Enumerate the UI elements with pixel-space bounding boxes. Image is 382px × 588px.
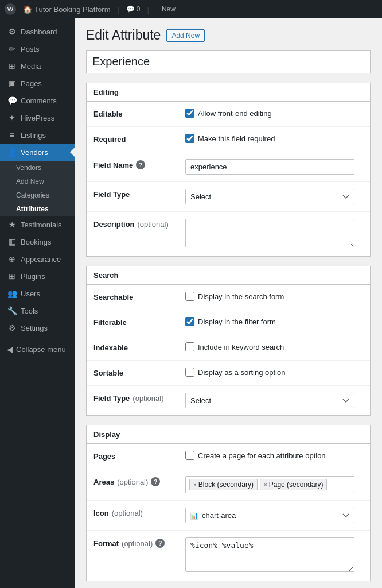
comment-icon: 💬: [126, 5, 135, 13]
areas-tag-block[interactable]: × Block (secondary): [189, 479, 258, 490]
display-section-body: Pages Create a page for each attribute o…: [87, 444, 370, 581]
indexable-label: Indexable: [93, 342, 185, 352]
field-type-editing-select[interactable]: Select Text Textarea Number Date Checkbo…: [185, 189, 354, 204]
editable-row: Editable Allow front-end editing: [87, 102, 370, 127]
posts-icon: ✏: [7, 44, 17, 53]
searchable-row: Searchable Display in the search form: [87, 285, 370, 310]
field-name-label: Field Name ?: [93, 159, 185, 169]
sidebar-item-dashboard[interactable]: ⚙ Dashboard: [0, 23, 75, 40]
filterable-row: Filterable Display in the filter form: [87, 310, 370, 335]
description-label: Description (optional): [93, 219, 185, 229]
sidebar-item-bookings[interactable]: ▦ Bookings: [0, 233, 75, 250]
icon-row: Icon (optional) 📊 chart-area bar-chart l…: [87, 501, 370, 531]
sidebar-item-vendors[interactable]: 👤 Vendors: [0, 144, 75, 161]
sidebar-item-listings[interactable]: ≡ Listings: [0, 126, 75, 144]
sidebar-item-pages[interactable]: ▣ Pages: [0, 75, 75, 92]
format-textarea[interactable]: %icon% %value%: [185, 537, 354, 572]
wp-logo[interactable]: W: [5, 3, 16, 15]
editable-checkbox-label[interactable]: Allow front-end editing: [185, 109, 363, 118]
filterable-checkbox[interactable]: [185, 317, 194, 326]
icon-select[interactable]: chart-area bar-chart line-chart pie-char…: [185, 508, 354, 523]
sidebar-item-users[interactable]: 👥 Users: [0, 285, 75, 302]
sidebar-item-posts[interactable]: ✏ Posts: [0, 40, 75, 57]
submenu-add-new[interactable]: Add New: [0, 175, 75, 188]
indexable-row: Indexable Include in keyword search: [87, 335, 370, 361]
submenu-vendors[interactable]: Vendors: [0, 161, 75, 175]
filterable-checkbox-label[interactable]: Display in the filter form: [185, 317, 363, 326]
pages-control: Create a page for each attribute option: [185, 451, 363, 460]
field-name-input[interactable]: [185, 159, 354, 175]
sidebar-item-media[interactable]: ⊞ Media: [0, 57, 75, 75]
format-row: Format (optional) ? %icon% %value%: [87, 531, 370, 581]
submenu-attributes[interactable]: Attributes: [0, 202, 75, 216]
page-header: Edit Attribute Add New: [86, 28, 371, 43]
display-section: Display Pages Create a page for each att…: [86, 425, 371, 581]
plus-icon: +: [156, 5, 160, 13]
collapse-menu[interactable]: ◀ Collapse menu: [0, 341, 75, 358]
vendors-submenu: Vendors Add New Categories Attributes: [0, 161, 75, 216]
site-name[interactable]: 🏠 Tutor Booking Platform: [23, 5, 110, 14]
search-field-type-label: Field Type (optional): [93, 393, 185, 403]
sidebar-item-comments[interactable]: 💬 Comments: [0, 92, 75, 109]
page-title: Edit Attribute: [86, 28, 161, 43]
indexable-checkbox-label[interactable]: Include in keyword search: [185, 342, 363, 351]
pages-row: Pages Create a page for each attribute o…: [87, 444, 370, 469]
required-checkbox[interactable]: [185, 134, 194, 143]
users-icon: 👥: [7, 289, 17, 298]
searchable-checkbox-label[interactable]: Display in the search form: [185, 292, 363, 301]
pages-icon: ▣: [7, 79, 17, 88]
areas-tag-block-close[interactable]: ×: [193, 482, 197, 488]
sidebar-item-settings[interactable]: ⚙ Settings: [0, 319, 75, 336]
search-field-type-select[interactable]: Select Checkboxes Radio Range: [185, 393, 354, 408]
areas-tag-container[interactable]: × Block (secondary) × Page (secondary): [185, 476, 354, 493]
required-checkbox-label[interactable]: Make this field required: [185, 134, 363, 143]
submenu-categories[interactable]: Categories: [0, 188, 75, 202]
format-label: Format (optional) ?: [93, 537, 185, 548]
sortable-checkbox-label[interactable]: Display as a sorting option: [185, 368, 363, 377]
icon-select-wrap: 📊 chart-area bar-chart line-chart pie-ch…: [185, 508, 354, 523]
sortable-control: Display as a sorting option: [185, 368, 363, 377]
add-new-button[interactable]: Add New: [166, 29, 205, 42]
format-help-icon[interactable]: ?: [155, 539, 165, 548]
field-name-row: Field Name ?: [87, 152, 370, 182]
editable-label: Editable: [93, 109, 185, 118]
sidebar-item-appearance[interactable]: ⊕ Appearance: [0, 250, 75, 268]
listings-icon: ≡: [7, 130, 17, 140]
pages-checkbox[interactable]: [185, 451, 194, 460]
areas-control: × Block (secondary) × Page (secondary): [185, 476, 363, 493]
search-field-type-control: Select Checkboxes Radio Range: [185, 393, 363, 408]
searchable-control: Display in the search form: [185, 292, 363, 301]
home-icon: 🏠: [23, 5, 32, 14]
tools-icon: 🔧: [7, 306, 17, 315]
search-section-body: Searchable Display in the search form Fi…: [87, 285, 370, 415]
sidebar-item-tools[interactable]: 🔧 Tools: [0, 302, 75, 319]
required-control: Make this field required: [185, 134, 363, 143]
new-link[interactable]: + New: [156, 5, 176, 13]
sortable-checkbox[interactable]: [185, 368, 194, 377]
editing-section: Editing Editable Allow front-end editing…: [86, 83, 371, 257]
sidebar-item-hivepress[interactable]: ✦ HivePress: [0, 109, 75, 126]
dashboard-icon: ⚙: [7, 27, 17, 36]
filterable-label: Filterable: [93, 317, 185, 327]
format-control: %icon% %value%: [185, 537, 363, 574]
pages-checkbox-label[interactable]: Create a page for each attribute option: [185, 451, 363, 460]
search-section: Search Searchable Display in the search …: [86, 266, 371, 416]
areas-tag-page-close[interactable]: ×: [264, 482, 267, 488]
areas-tag-page[interactable]: × Page (secondary): [260, 479, 328, 490]
areas-help-icon[interactable]: ?: [151, 477, 160, 486]
comments-link[interactable]: 💬 0: [126, 5, 141, 13]
indexable-checkbox[interactable]: [185, 342, 194, 351]
testimonials-icon: ★: [7, 220, 17, 229]
pages-label: Pages: [93, 451, 185, 461]
field-name-control: [185, 159, 363, 175]
attribute-name-input[interactable]: [86, 50, 371, 74]
areas-label: Areas (optional) ?: [93, 476, 185, 486]
editable-checkbox[interactable]: [185, 109, 194, 118]
searchable-checkbox[interactable]: [185, 292, 194, 301]
description-textarea[interactable]: [185, 219, 354, 247]
sortable-row: Sortable Display as a sorting option: [87, 361, 370, 386]
field-name-help-icon[interactable]: ?: [136, 160, 145, 169]
plugins-icon: ⊞: [7, 272, 17, 281]
sidebar-item-testimonials[interactable]: ★ Testimonials: [0, 216, 75, 233]
sidebar-item-plugins[interactable]: ⊞ Plugins: [0, 268, 75, 285]
